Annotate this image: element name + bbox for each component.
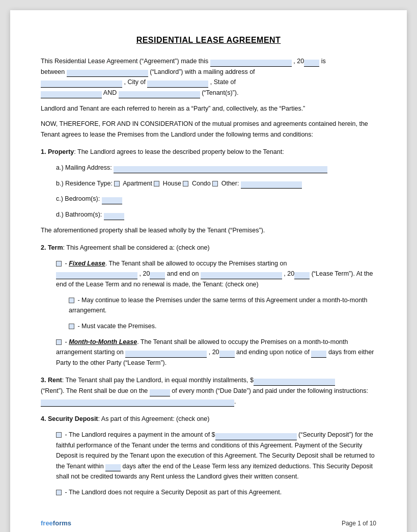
section4-heading: 4. Security Deposit: As part of this Agr… <box>41 414 376 424</box>
fixed-option1: - May continue to lease the Premises und… <box>69 295 376 316</box>
fixed-option2: - Must vacate the Premises. <box>69 321 376 332</box>
premises-text: The aforementioned property shall be lea… <box>41 225 376 236</box>
intro-and: AND <box>103 89 117 96</box>
apartment-label: Apartment <box>121 180 154 187</box>
other-checkbox[interactable] <box>212 181 218 187</box>
date-field[interactable] <box>210 60 292 67</box>
fixed-start-year[interactable] <box>150 272 165 279</box>
document-title: RESIDENTIAL LEASE AGREEMENT <box>41 36 376 45</box>
brand: freeforms <box>41 519 71 527</box>
city-field[interactable] <box>147 81 208 88</box>
fixed-end-field[interactable] <box>201 272 282 279</box>
section4: 4. Security Deposit: As part of this Agr… <box>41 414 376 497</box>
document-page: RESIDENTIAL LEASE AGREEMENT This Residen… <box>10 10 407 532</box>
section2-heading: 2. Term: This Agreement shall be conside… <box>41 243 376 253</box>
house-label: House <box>161 180 183 187</box>
intro-landlord-label: (“Landlord”) with a mailing address of <box>150 68 255 75</box>
security-amount-field[interactable] <box>215 433 297 440</box>
section1-c: c.) Bedroom(s): <box>56 194 376 204</box>
vacate-checkbox[interactable] <box>69 324 74 329</box>
consideration-paragraph: NOW, THEREFORE, FOR AND IN CONSIDERATION… <box>41 119 376 140</box>
other-label: Other: <box>219 180 241 187</box>
landlord-name-field[interactable] <box>67 70 148 77</box>
due-date-field[interactable] <box>150 389 170 396</box>
mailing-address-field[interactable] <box>114 166 327 173</box>
section1-d: d.) Bathroom(s): <box>56 209 376 220</box>
parties-paragraph: Landlord and Tenant are each referred to… <box>41 103 376 114</box>
year-field[interactable] <box>304 60 319 67</box>
intro-city: , City of <box>124 78 145 86</box>
security-option1: - The Landlord requires a payment in the… <box>56 430 376 482</box>
section3-heading: 3. Rent: The Tenant shall pay the Landlo… <box>41 375 376 407</box>
security-option2: - The Landlord does not require a Securi… <box>56 487 376 498</box>
other-field[interactable] <box>241 181 302 189</box>
fixed-start-field[interactable] <box>56 272 137 279</box>
intro-tenant-label: (“Tenant(s)”). <box>202 89 238 96</box>
month-notice-days[interactable] <box>311 351 326 358</box>
return-days-field[interactable] <box>105 464 121 471</box>
payment-instructions-field[interactable] <box>41 400 234 407</box>
fixed-lease-row: - Fixed Lease. The Tenant shall be allow… <box>56 258 376 290</box>
intro-state: , State of <box>210 78 236 86</box>
intro-comma-20a: , 20 <box>293 58 304 65</box>
security-required-checkbox[interactable] <box>56 432 62 438</box>
intro-between: between <box>41 68 65 75</box>
bedrooms-field[interactable] <box>102 197 122 204</box>
section1: 1. Property: The Landlord agrees to leas… <box>41 147 376 235</box>
condo-label: Condo <box>190 180 212 187</box>
fixed-end-year[interactable] <box>294 272 310 279</box>
condo-checkbox[interactable] <box>183 181 188 187</box>
no-security-checkbox[interactable] <box>56 490 62 495</box>
section2: 2. Term: This Agreement shall be conside… <box>41 243 376 368</box>
tenant-name-field[interactable] <box>119 91 200 98</box>
section1-heading: 1. Property: The Landlord agrees to leas… <box>41 147 376 157</box>
section1-a: a.) Mailing Address: <box>56 163 376 173</box>
fixed-lease-checkbox[interactable] <box>56 261 62 267</box>
continue-checkbox[interactable] <box>69 298 74 303</box>
rent-amount-field[interactable] <box>254 379 335 386</box>
intro-is: is <box>321 58 326 65</box>
section1-b: b.) Residence Type: Apartment House Cond… <box>56 178 376 189</box>
section3: 3. Rent: The Tenant shall pay the Landlo… <box>41 375 376 407</box>
bathrooms-field[interactable] <box>104 213 124 220</box>
apartment-checkbox[interactable] <box>114 181 120 187</box>
month-start-field[interactable] <box>125 351 207 358</box>
month-lease-row: - Month-to-Month Lease. The Tenant shall… <box>56 337 376 368</box>
month-lease-checkbox[interactable] <box>56 339 62 345</box>
intro-block: This Residential Lease Agreement (“Agree… <box>41 56 376 98</box>
intro-line1a: This Residential Lease Agreement (“Agree… <box>41 58 208 65</box>
address-field[interactable] <box>41 81 122 88</box>
page-number: Page 1 of 10 <box>342 520 376 527</box>
house-checkbox[interactable] <box>154 181 159 187</box>
page-footer: freeforms Page 1 of 10 <box>41 519 376 527</box>
state-field[interactable] <box>41 91 102 98</box>
month-start-year[interactable] <box>219 351 235 358</box>
